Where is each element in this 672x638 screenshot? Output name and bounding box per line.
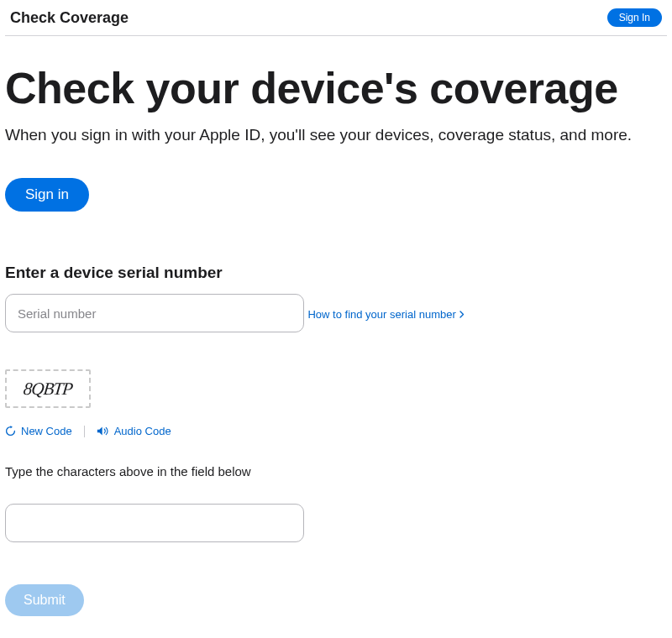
separator — [84, 426, 85, 437]
new-code-label: New Code — [21, 425, 72, 437]
serial-help-link[interactable]: How to find your serial number — [307, 308, 464, 321]
serial-help-label: How to find your serial number — [307, 308, 455, 321]
new-code-link[interactable]: New Code — [5, 425, 72, 437]
serial-section-title: Enter a device serial number — [5, 264, 667, 282]
captcha-section: 8QBTP New Code Audio Code Type the chara… — [5, 369, 667, 542]
main-content: Check your device's coverage When you si… — [0, 36, 672, 616]
captcha-input[interactable] — [5, 504, 304, 542]
page-title: Check your device's coverage — [5, 65, 667, 112]
audio-code-link[interactable]: Audio Code — [97, 425, 171, 437]
chevron-right-icon — [459, 311, 465, 318]
captcha-text: 8QBTP — [23, 379, 74, 400]
refresh-icon — [5, 426, 16, 437]
captcha-prompt: Type the characters above in the field b… — [5, 464, 667, 478]
header-title: Check Coverage — [10, 9, 129, 27]
page-subtitle: When you sign in with your Apple ID, you… — [5, 126, 667, 144]
page-header: Check Coverage Sign In — [5, 0, 667, 36]
sign-in-top-button[interactable]: Sign In — [607, 8, 662, 27]
sign-in-button[interactable]: Sign in — [5, 178, 89, 212]
submit-button[interactable]: Submit — [5, 584, 84, 616]
speaker-icon — [97, 426, 109, 437]
captcha-actions: New Code Audio Code — [5, 425, 667, 437]
captcha-image: 8QBTP — [5, 369, 91, 408]
audio-code-label: Audio Code — [114, 425, 171, 437]
serial-number-input[interactable] — [5, 294, 304, 332]
